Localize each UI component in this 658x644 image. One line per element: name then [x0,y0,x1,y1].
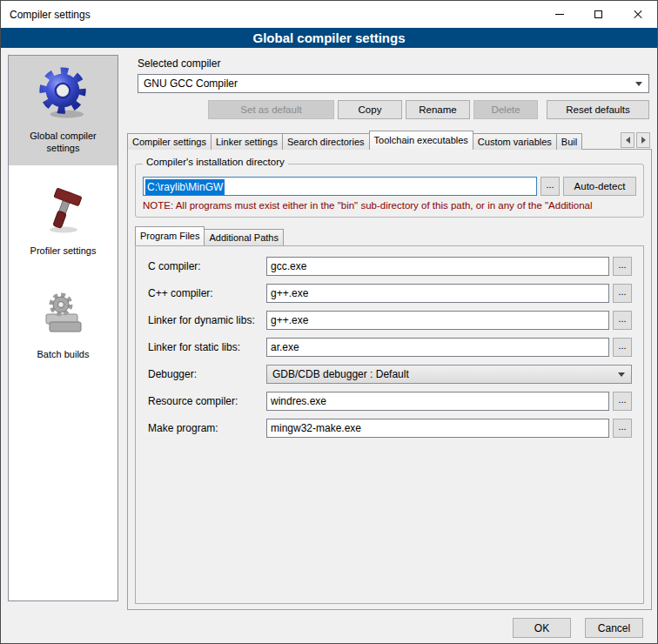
global-compiler-gear-icon [37,66,91,124]
compiler-select-value: GNU GCC Compiler [138,75,648,92]
form-row: C compiler: ... [148,257,632,276]
cpp-compiler-label: C++ compiler: [148,287,263,299]
sidebar-item-label: Batch builds [37,348,90,360]
make-program-input[interactable] [266,419,609,438]
tab-program-files[interactable]: Program Files [135,226,205,245]
chevron-down-icon [635,82,642,86]
form-row: Linker for dynamic libs: ... [148,311,632,330]
window-controls [540,1,657,28]
cpp-compiler-input[interactable] [266,284,609,303]
close-button[interactable] [618,1,657,28]
compiler-settings-window: Compiler settings Global compiler settin… [0,0,658,644]
sidebar-item-global-compiler-settings[interactable]: Global compiler settings [9,56,118,165]
debugger-select-value: GDB/CDB debugger : Default [267,366,631,383]
resource-compiler-browse-button[interactable]: ... [613,392,632,411]
form-row: Debugger: GDB/CDB debugger : Default [148,365,632,384]
close-icon [633,10,643,20]
cancel-button[interactable]: Cancel [585,618,643,638]
install-dir-row: C:\raylib\MinGW ... Auto-detect [143,177,636,196]
toolchain-executables-panel: Compiler's installation directory C:\ray… [127,149,652,610]
delete-button[interactable]: Delete [473,100,538,119]
c-compiler-label: C compiler: [148,260,263,272]
compiler-actions: Set as default Copy Rename Delete Reset … [127,100,649,119]
copy-button[interactable]: Copy [338,100,402,119]
tab-scroll-right-button[interactable] [636,132,650,148]
tab-additional-paths[interactable]: Additional Paths [204,229,284,245]
compiler-select[interactable]: GNU GCC Compiler [138,74,649,93]
tab-scroll-buttons [621,132,650,148]
set-as-default-button[interactable]: Set as default [208,100,334,119]
sidebar-item-label: Profiler settings [30,245,97,257]
tab-linker-settings[interactable]: Linker settings [211,133,283,150]
form-row: Make program: ... [148,419,632,438]
titlebar: Compiler settings [1,1,657,28]
minimize-icon [555,14,564,15]
note-text: NOTE: All programs must exist either in … [143,200,636,211]
tab-compiler-settings[interactable]: Compiler settings [127,133,212,150]
install-dir-group-title: Compiler's installation directory [143,157,288,167]
resource-compiler-input[interactable] [266,392,609,411]
install-dir-input[interactable]: C:\raylib\MinGW [143,177,537,196]
program-files-tab-strip: Program Files Additional Paths [135,227,283,245]
maximize-icon [594,10,602,18]
batch-builds-icon [39,290,88,342]
linker-static-label: Linker for static libs: [148,341,263,353]
chevron-left-icon [626,137,630,144]
minimize-button[interactable] [540,1,579,28]
chevron-down-icon [618,372,625,377]
form-row: Linker for static libs: ... [148,338,632,357]
linker-static-input[interactable] [266,338,609,357]
tab-scroll-left-button[interactable] [621,132,634,148]
cpp-compiler-browse-button[interactable]: ... [613,284,632,303]
page-title: Global compiler settings [1,28,657,48]
program-files-panel: C compiler: ... C++ compiler: ... Linker… [135,245,644,604]
profiler-tool-icon [40,188,87,238]
make-program-label: Make program: [148,422,263,434]
ok-button[interactable]: OK [513,618,571,638]
auto-detect-button[interactable]: Auto-detect [563,177,636,196]
linker-static-browse-button[interactable]: ... [613,338,632,357]
chevron-right-icon [641,137,646,144]
settings-tab-strip: Compiler settings Linker settings Search… [127,131,619,150]
tab-custom-variables[interactable]: Custom variables [473,133,557,150]
form-row: C++ compiler: ... [148,284,632,303]
linker-dynamic-browse-button[interactable]: ... [613,311,632,330]
linker-dynamic-label: Linker for dynamic libs: [148,314,263,326]
maximize-button[interactable] [579,1,618,28]
form-row: Resource compiler: ... [148,392,632,411]
tab-search-directories[interactable]: Search directories [282,133,370,150]
resource-compiler-label: Resource compiler: [148,395,263,407]
make-program-browse-button[interactable]: ... [613,419,632,438]
reset-defaults-button[interactable]: Reset defaults [547,100,649,119]
sidebar: Global compiler settings Profiler settin… [8,55,118,601]
debugger-select[interactable]: GDB/CDB debugger : Default [266,365,632,384]
sidebar-item-label: Global compiler settings [12,130,114,155]
c-compiler-browse-button[interactable]: ... [613,257,632,276]
sidebar-item-batch-builds[interactable]: Batch builds [9,279,118,371]
tab-toolchain-executables[interactable]: Toolchain executables [369,131,473,150]
window-title: Compiler settings [1,9,540,21]
main-area: Selected compiler GNU GCC Compiler Set a… [127,55,652,610]
linker-dynamic-input[interactable] [266,311,609,330]
selected-compiler-label: Selected compiler [138,57,220,70]
install-dir-value: C:\raylib\MinGW [145,179,225,195]
tab-build-options[interactable]: Buil [556,133,582,150]
sidebar-item-profiler-settings[interactable]: Profiler settings [9,178,118,267]
install-dir-group: Compiler's installation directory C:\ray… [135,164,644,218]
debugger-label: Debugger: [148,368,263,380]
rename-button[interactable]: Rename [406,100,470,119]
c-compiler-input[interactable] [266,257,609,276]
install-dir-browse-button[interactable]: ... [540,177,560,196]
